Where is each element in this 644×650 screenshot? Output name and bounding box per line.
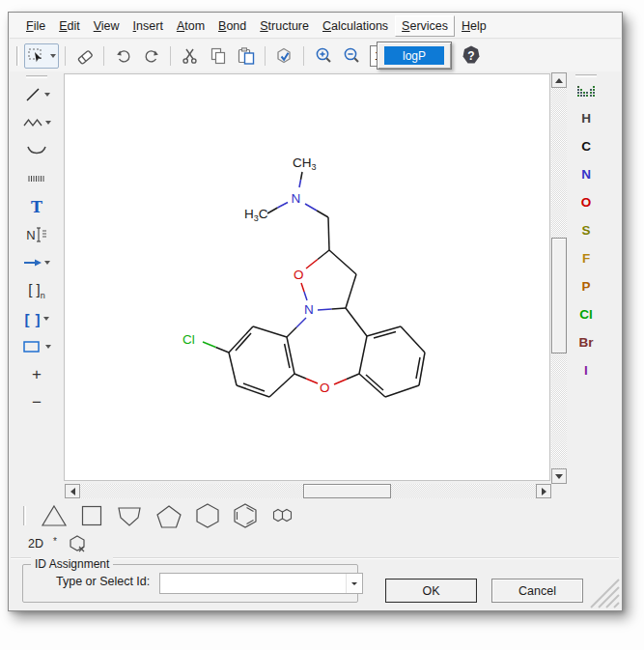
element-button-i[interactable]: I: [572, 361, 601, 381]
atom-label-bridge-oxygen[interactable]: O: [320, 381, 330, 395]
arc-tool-button[interactable]: [19, 138, 54, 163]
menu-atom[interactable]: Atom: [170, 15, 211, 37]
toolbar-grip[interactable]: [23, 506, 26, 525]
menu-insert[interactable]: Insert: [126, 15, 170, 37]
arrow-tool-caret[interactable]: [44, 261, 50, 265]
structure-canvas[interactable]: CH3 N H3C O N O Cl: [64, 73, 550, 481]
copy-button[interactable]: [205, 43, 231, 69]
atom-label-methyl-top[interactable]: CH3: [293, 155, 317, 172]
atom-label-amine-nitrogen[interactable]: N: [292, 191, 301, 206]
help-button[interactable]: ?: [460, 43, 483, 67]
combo-dropdown-button[interactable]: [346, 574, 362, 593]
template-cyclohexane-button[interactable]: [194, 501, 221, 530]
template-cyclobutane-button[interactable]: [79, 501, 104, 530]
atom-label-ring-nitrogen[interactable]: N: [304, 302, 314, 317]
left-arrow-icon: [67, 488, 75, 495]
scroll-right-button[interactable]: [536, 484, 551, 498]
element-button-h[interactable]: H: [572, 109, 601, 128]
text-tool-button[interactable]: T: [19, 194, 54, 219]
mode-asterisk: *: [53, 536, 57, 547]
rectangle-tool-button[interactable]: [19, 334, 54, 359]
element-button-o[interactable]: O: [572, 193, 601, 212]
id-select-combobox[interactable]: [159, 573, 363, 594]
select-tool-caret[interactable]: [50, 54, 56, 58]
menu-help[interactable]: Help: [455, 15, 493, 37]
element-button-s[interactable]: S: [572, 221, 601, 240]
menu-calculations[interactable]: Calculations: [316, 15, 395, 37]
pentagon-template-icon: [154, 503, 183, 529]
template-benzene-button[interactable]: [232, 501, 259, 530]
horizontal-scroll-thumb[interactable]: [303, 484, 391, 498]
eraser-icon: [75, 46, 95, 66]
redo-button[interactable]: [138, 43, 164, 69]
increase-charge-button[interactable]: +: [19, 362, 54, 387]
toolbar-grip[interactable]: [575, 74, 597, 77]
clear-template-icon[interactable]: [67, 533, 88, 554]
chain-tool-caret[interactable]: [45, 121, 51, 125]
menu-bond[interactable]: Bond: [211, 15, 253, 37]
template-cyclopentadiene-button[interactable]: [115, 501, 144, 530]
atom-label-chlorine[interactable]: Cl: [182, 332, 195, 347]
template-naphthalene-button[interactable]: [269, 501, 296, 530]
bond-tool-caret[interactable]: [44, 93, 50, 97]
element-button-c[interactable]: C: [572, 137, 601, 156]
logp-button[interactable]: logP: [377, 42, 452, 70]
paste-button[interactable]: [233, 43, 259, 69]
structure-editor-dialog: FileEditViewInsertAtomBondStructureCalcu…: [8, 12, 623, 611]
menu-services[interactable]: Services: [395, 15, 455, 37]
rectangle-icon: [22, 339, 43, 354]
undo-button[interactable]: [110, 43, 136, 69]
toolbar-grip[interactable]: [26, 75, 47, 78]
check-structure-button[interactable]: [271, 43, 297, 69]
id-select-input[interactable]: [160, 574, 346, 593]
element-button-cl[interactable]: Cl: [572, 305, 601, 325]
bracket-tool-button[interactable]: [ ]: [19, 306, 54, 331]
zoom-in-button[interactable]: [310, 43, 336, 69]
bond-tool-button[interactable]: [19, 82, 54, 107]
decrease-charge-button[interactable]: −: [19, 390, 54, 415]
scroll-down-button[interactable]: [551, 468, 567, 484]
cut-button[interactable]: [177, 43, 203, 69]
template-cyclopentane-button[interactable]: [154, 501, 183, 530]
logp-button-label: logP: [384, 46, 444, 65]
cancel-button[interactable]: Cancel: [491, 579, 583, 603]
toolbar-grip[interactable]: [16, 46, 19, 66]
menu-file[interactable]: File: [19, 15, 52, 37]
molecule-atom-labels: CH3 N H3C O N O Cl: [182, 155, 330, 395]
menu-edit[interactable]: Edit: [52, 15, 87, 37]
id-assignment-legend: ID Assignment: [31, 557, 113, 571]
element-button-p[interactable]: P: [572, 277, 601, 297]
element-button-br[interactable]: Br: [572, 333, 601, 353]
resize-grip[interactable]: [583, 578, 620, 608]
menu-view[interactable]: View: [87, 15, 126, 37]
vertical-scroll-track[interactable]: [551, 88, 567, 468]
canvas-vertical-scrollbar[interactable]: [551, 72, 567, 484]
bracket-tool-caret[interactable]: [43, 317, 49, 321]
vertical-scroll-thumb[interactable]: [551, 238, 567, 353]
periodic-table-button[interactable]: [576, 83, 596, 100]
atom-tool-button[interactable]: N: [19, 222, 54, 247]
template-cyclopropane-button[interactable]: [40, 501, 69, 530]
dimension-mode-label[interactable]: 2D: [28, 537, 43, 551]
horizontal-scroll-track[interactable]: [80, 484, 536, 498]
scroll-up-button[interactable]: [551, 72, 567, 88]
comb-tool-button[interactable]: [19, 166, 54, 191]
ok-button[interactable]: OK: [385, 579, 477, 603]
molecule-drawing: CH3 N H3C O N O Cl: [65, 74, 549, 480]
rectangle-tool-caret[interactable]: [45, 345, 51, 349]
scroll-left-button[interactable]: [65, 484, 80, 498]
chain-tool-button[interactable]: [19, 110, 54, 135]
menu-structure[interactable]: Structure: [253, 15, 316, 37]
arrow-tool-button[interactable]: [19, 250, 54, 275]
canvas-horizontal-scrollbar[interactable]: [65, 484, 551, 498]
element-button-n[interactable]: N: [572, 165, 601, 184]
svg-text:?: ?: [467, 49, 474, 63]
zoom-out-button[interactable]: [338, 43, 364, 69]
repeat-group-tool-button[interactable]: [ ]n: [19, 278, 54, 303]
element-button-f[interactable]: F: [572, 249, 601, 268]
atom-label-ring-oxygen[interactable]: O: [294, 268, 304, 282]
atom-label-methyl-left[interactable]: H3C: [244, 207, 268, 223]
chain-zigzag-icon: [22, 114, 43, 131]
select-tool-button[interactable]: [24, 43, 59, 69]
eraser-button[interactable]: [71, 43, 98, 69]
